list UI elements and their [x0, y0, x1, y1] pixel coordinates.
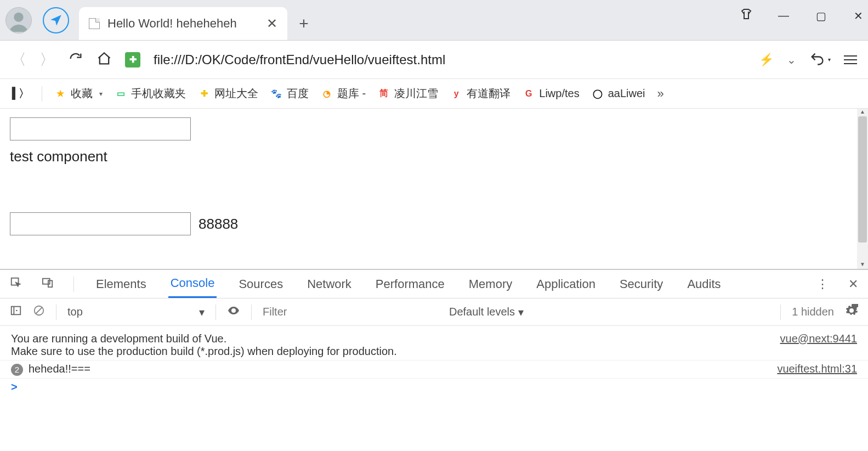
devtools-tab-memory[interactable]: Memory	[467, 270, 514, 298]
log-source-link[interactable]: vueiftest.html:31	[777, 363, 857, 375]
console-settings-icon[interactable]	[845, 304, 858, 320]
log-level-selector[interactable]: Default levels▾	[449, 306, 524, 319]
profile-avatar[interactable]	[5, 7, 32, 33]
bookmark-icon: G	[523, 88, 535, 100]
address-bar: 〈 〉 ✚ file:///D:/OK/Code/frontEnd/vueHel…	[0, 41, 868, 79]
forward-button[interactable]: 〉	[39, 49, 55, 70]
log-message: You are running a development build of V…	[11, 332, 771, 358]
devtools-kebab-menu[interactable]: ⋮	[816, 277, 829, 291]
console-log-line: 2heheda!!===vueiftest.html:31	[0, 360, 868, 379]
bookmark-item[interactable]: ★收藏 ▾	[54, 86, 103, 101]
new-tab-button[interactable]: +	[287, 7, 320, 40]
url-display[interactable]: file:///D:/OK/Code/frontEnd/vueHello/vue…	[154, 52, 746, 67]
tab-close-button[interactable]: ✕	[266, 16, 277, 31]
bookmark-icon: ✚	[198, 88, 210, 100]
extension-icon[interactable]	[740, 8, 753, 24]
bookmark-label: 百度	[287, 86, 309, 101]
devtools-tab-network[interactable]: Network	[305, 270, 354, 298]
console-toolbar: top▾ Default levels▾ 1 hidden	[0, 298, 868, 326]
bookmark-label: 有道翻译	[467, 86, 510, 101]
compass-icon[interactable]	[43, 7, 69, 33]
console-log-line: You are running a development build of V…	[0, 330, 868, 360]
devtools-tabbar: ElementsConsoleSourcesNetworkPerformance…	[0, 270, 868, 298]
page-icon	[89, 18, 100, 29]
console-output: You are running a development build of V…	[0, 326, 868, 451]
back-button[interactable]: 〈	[11, 49, 26, 70]
devtools-panel: ElementsConsoleSourcesNetworkPerformance…	[0, 269, 868, 451]
bookmark-icon: y	[450, 88, 462, 100]
console-sidebar-toggle[interactable]	[10, 305, 22, 319]
minimize-button[interactable]: —	[777, 9, 790, 22]
live-expression-icon[interactable]	[227, 304, 240, 320]
devtools-tab-performance[interactable]: Performance	[373, 270, 447, 298]
clear-console-icon[interactable]	[33, 305, 45, 319]
bookmark-label: 网址大全	[214, 86, 258, 101]
log-source-link[interactable]: vue@next:9441	[780, 332, 857, 345]
bookmarks-overflow-button[interactable]: »	[657, 87, 663, 101]
log-message: heheda!!===	[29, 363, 90, 375]
bookmark-item[interactable]: 简凌川江雪	[378, 86, 438, 101]
devtools-tab-audits[interactable]: Audits	[685, 270, 723, 298]
bookmark-item[interactable]: ▭手机收藏夹	[115, 86, 186, 101]
bookmark-icon: ◔	[321, 88, 333, 100]
bookmark-icon: ▭	[115, 88, 127, 100]
devtools-tab-console[interactable]: Console	[168, 270, 217, 298]
bookmark-label: 手机收藏夹	[131, 86, 186, 101]
bookmark-item[interactable]: ◯aaLiwei	[592, 87, 645, 100]
scrollbar-thumb[interactable]	[858, 116, 867, 243]
bookmark-item[interactable]: ◔题库 -	[321, 86, 366, 101]
bookmark-icon: 简	[378, 88, 390, 100]
bookmark-item[interactable]: 🐾百度	[270, 86, 309, 101]
log-count-badge: 2	[11, 364, 23, 376]
main-menu-button[interactable]	[844, 55, 857, 64]
bookmark-item[interactable]: GLiwp/tes	[523, 87, 579, 100]
input-one[interactable]	[10, 117, 191, 140]
sidebar-toggle-icon[interactable]: ▌〉	[12, 86, 30, 101]
devtools-tab-elements[interactable]: Elements	[94, 270, 149, 298]
bookmark-label: 题库 -	[337, 86, 366, 101]
execution-context-selector[interactable]: top▾	[67, 306, 205, 319]
close-window-button[interactable]: ✕	[852, 9, 865, 22]
inspect-element-icon[interactable]	[10, 277, 22, 292]
fast-mode-icon[interactable]: ⚡	[759, 53, 774, 67]
browser-titlebar: Hello World! heheheheh ✕ + — ▢ ✕	[0, 0, 868, 41]
home-button[interactable]	[97, 51, 112, 69]
devtools-tab-security[interactable]: Security	[617, 270, 665, 298]
bookmarks-bar: ▌〉 ★收藏 ▾▭手机收藏夹✚网址大全🐾百度◔题库 -简凌川江雪y有道翻译GLi…	[0, 79, 868, 109]
window-controls: — ▢ ✕	[740, 8, 865, 24]
console-prompt[interactable]: >	[0, 379, 868, 396]
url-dropdown-icon[interactable]: ⌄	[787, 53, 796, 66]
reload-button[interactable]	[68, 51, 83, 69]
devtools-tab-application[interactable]: Application	[534, 270, 598, 298]
bookmark-label: 收藏	[71, 86, 93, 101]
bookmark-item[interactable]: ✚网址大全	[198, 86, 258, 101]
browser-tab[interactable]: Hello World! heheheheh ✕	[79, 7, 287, 40]
bookmark-label: aaLiwei	[608, 87, 645, 100]
maximize-button[interactable]: ▢	[814, 9, 827, 22]
undo-nav-button[interactable]	[809, 51, 825, 69]
bookmark-icon: ★	[54, 88, 66, 100]
bookmark-icon: ◯	[592, 88, 604, 100]
bookmark-icon: 🐾	[270, 88, 282, 100]
site-security-icon[interactable]: ✚	[125, 52, 140, 67]
device-toolbar-icon[interactable]	[42, 277, 54, 292]
vertical-scrollbar[interactable]: ▲ ▼	[857, 109, 868, 269]
page-viewport: test component 88888 ▲ ▼	[0, 109, 868, 269]
bookmark-item[interactable]: y有道翻译	[450, 86, 510, 101]
value-88888: 88888	[198, 216, 238, 233]
svg-point-1	[14, 13, 23, 22]
devtools-tab-sources[interactable]: Sources	[236, 270, 285, 298]
text-test-component: test component	[10, 148, 858, 165]
tab-title: Hello World! heheheheh	[107, 16, 259, 31]
devtools-close-button[interactable]: ✕	[848, 277, 858, 291]
console-filter-input[interactable]	[263, 306, 438, 318]
input-two[interactable]	[10, 212, 191, 235]
bookmark-label: 凌川江雪	[394, 86, 438, 101]
bookmark-label: Liwp/tes	[539, 87, 579, 100]
hidden-messages-label[interactable]: 1 hidden	[792, 306, 834, 318]
